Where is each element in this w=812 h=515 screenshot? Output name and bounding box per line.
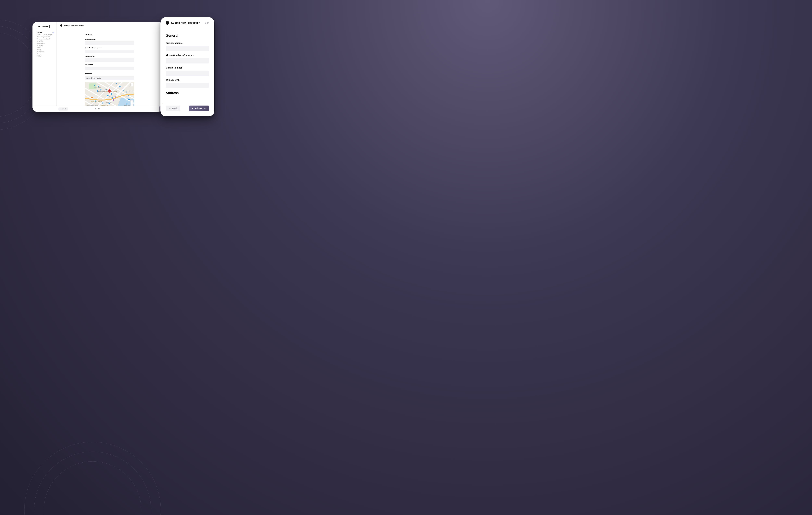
phone-space-input[interactable] xyxy=(85,50,134,53)
label-business-name: Business Name xyxy=(166,42,182,44)
label-website-url: Website URL xyxy=(85,64,93,66)
svg-point-27 xyxy=(92,97,92,98)
sidebar-item-when-can-you-host[interactable]: When can you host? xyxy=(37,38,54,40)
address-input[interactable] xyxy=(85,76,134,80)
required-dot-icon xyxy=(95,39,96,40)
exit-link[interactable]: Exit xyxy=(205,22,209,24)
section-heading-general: General xyxy=(166,34,209,37)
label-phone-space: Phone Number of Space xyxy=(85,47,101,49)
map-label: Place-d'Armes xyxy=(115,84,121,85)
arrow-left-icon: ← xyxy=(169,107,171,110)
sidebar-item-label: When can you host? xyxy=(37,38,54,40)
section-heading-address: Address xyxy=(85,73,134,75)
map-canvas: McGill University DOWNTOWN MONTREAL Mont… xyxy=(85,82,134,106)
back-button-label: Back xyxy=(172,107,177,110)
sidebar-item-label: Ambiance xyxy=(37,44,54,46)
map-fullscreen-button[interactable]: ⛶ xyxy=(130,83,133,86)
svg-point-18 xyxy=(98,85,98,86)
arrow-left-icon: ← xyxy=(60,108,62,110)
progress-fill xyxy=(57,106,65,107)
business-name-input[interactable] xyxy=(166,46,209,51)
mobile-form-scroll[interactable]: General Business Name Phone Number of Sp… xyxy=(161,28,214,103)
sidebar-item-ambiance[interactable]: Ambiance xyxy=(37,44,54,47)
sidebar-item-label: General xyxy=(37,32,52,34)
page-indicator: 1 / 12 xyxy=(95,108,100,110)
map-label: Place Bonaventure xyxy=(112,98,119,99)
sidebar-item-photos[interactable]: Photos xyxy=(37,47,54,49)
business-name-input[interactable] xyxy=(85,41,134,45)
svg-point-34 xyxy=(123,89,123,90)
page-title: Submit new Production xyxy=(171,22,203,24)
check-icon xyxy=(53,32,54,33)
content-area: Submit new Production General Business N… xyxy=(57,22,163,106)
svg-point-29 xyxy=(102,102,103,103)
continue-button[interactable]: Continue → xyxy=(189,105,209,111)
svg-point-25 xyxy=(112,98,112,98)
step-dot-icon xyxy=(166,21,169,25)
sidebar-item-label: Finish xyxy=(37,53,54,55)
sidebar-item-label: Publish xyxy=(37,55,54,57)
sidebar-item-space-rules[interactable]: Space Rules xyxy=(37,42,54,44)
svg-point-23 xyxy=(108,95,108,96)
section-heading-general: General xyxy=(85,33,134,36)
map-label: Square-Victoria-OACI xyxy=(109,96,117,97)
map-label: Gare Centrale xyxy=(106,102,112,103)
label-business-name: Business Name xyxy=(85,39,95,40)
map-label: GOLDEN SQUARE MILE xyxy=(90,101,102,102)
map-label: VILLE-MARIE xyxy=(101,104,108,106)
desktop-footer: ← Back 1 / 12 xyxy=(32,106,163,112)
phone-space-input[interactable] xyxy=(166,58,209,63)
sidebar: SALLEPRIVÉE GeneralTell Me About Your Sp… xyxy=(32,22,57,106)
map-label: Montreal Museum of Archaeology and Histo… xyxy=(121,90,134,91)
sidebar-item-label: What can you host? xyxy=(37,36,54,38)
form-scroll[interactable]: General Business Name Phone Number of Sp… xyxy=(57,29,163,106)
sidebar-item-pricing[interactable]: Pricing xyxy=(37,49,54,51)
svg-point-30 xyxy=(109,103,109,103)
sidebar-item-label: Amenities xyxy=(37,40,54,42)
sidebar-item-label: Tell Me About Your Space xyxy=(37,34,54,36)
arrow-right-icon: → xyxy=(204,107,206,110)
continue-button-label: Continue xyxy=(192,107,202,110)
required-dot-icon xyxy=(101,48,102,48)
required-dot-icon xyxy=(183,42,184,43)
map-label: McGill University xyxy=(94,87,101,88)
sidebar-item-amenities[interactable]: Amenities xyxy=(37,40,54,42)
progress-bar xyxy=(57,106,163,107)
svg-point-36 xyxy=(128,95,128,96)
sidebar-item-finish[interactable]: Finish xyxy=(37,53,54,55)
content-header: Submit new Production xyxy=(57,22,163,29)
sidebar-item-publish[interactable]: Publish xyxy=(37,55,54,57)
sidebar-item-what-can-you-host[interactable]: What can you host? xyxy=(37,36,54,38)
svg-point-31 xyxy=(113,100,114,100)
mobile-header: Submit new Production Exit xyxy=(161,20,214,28)
map-zoom-in-button[interactable]: + xyxy=(130,100,133,103)
map[interactable]: McGill University DOWNTOWN MONTREAL Mont… xyxy=(85,82,134,106)
map-zoom-out-button[interactable]: − xyxy=(130,103,133,106)
label-mobile-number: Mobile Number xyxy=(85,56,95,57)
website-url-input[interactable] xyxy=(85,67,134,70)
map-label: Centre PHI xyxy=(126,96,130,97)
sidebar-item-reservation[interactable]: Reservation xyxy=(37,51,54,53)
svg-point-38 xyxy=(126,103,127,104)
label-website-url: Website URL xyxy=(166,79,180,81)
svg-point-24 xyxy=(111,94,112,94)
page-title: Submit new Production xyxy=(64,25,84,27)
sidebar-item-label: Reservation xyxy=(37,51,54,53)
svg-point-0 xyxy=(0,32,37,117)
mobile-number-input[interactable] xyxy=(166,71,209,76)
back-button[interactable]: ← Back xyxy=(166,105,180,111)
sidebar-item-tell-me-about-your-space[interactable]: Tell Me About Your Space xyxy=(37,34,54,36)
section-heading-address: Address xyxy=(166,91,209,95)
label-phone-space: Phone Number of Space xyxy=(166,54,192,57)
step-dot-icon xyxy=(60,24,62,27)
website-url-input[interactable] xyxy=(166,83,209,88)
back-button[interactable]: ← Back xyxy=(58,108,68,111)
sidebar-item-general[interactable]: General xyxy=(37,31,54,34)
svg-point-32 xyxy=(116,83,116,84)
label-mobile-number: Mobile Number xyxy=(166,66,182,69)
mobile-number-input[interactable] xyxy=(85,58,134,62)
svg-point-3 xyxy=(44,461,141,515)
svg-point-20 xyxy=(97,91,97,91)
svg-point-39 xyxy=(109,90,110,91)
mobile-footer: ← Back Continue → xyxy=(161,103,214,116)
